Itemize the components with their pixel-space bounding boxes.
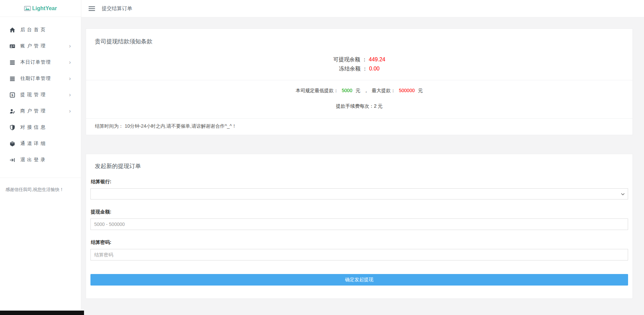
topbar: 提交结算订单: [81, 0, 644, 17]
available-balance-value: 449.24: [369, 57, 385, 62]
list-icon: [9, 76, 15, 82]
sidebar-item-label: 本日订单管理: [20, 59, 51, 65]
password-label: 结算密码:: [91, 239, 628, 246]
frozen-balance-label: 冻结余额 ：: [339, 66, 367, 71]
form-card-title: 发起新的提现订单: [90, 154, 628, 170]
sidebar-item-past-orders[interactable]: 往期订单管理 ›: [0, 70, 81, 87]
broken-image-icon: [24, 6, 31, 11]
chevron-right-icon: ›: [69, 76, 71, 81]
sidebar-item-label: 商 户 管 理: [20, 108, 46, 114]
sidebar-item-label: 往期订单管理: [20, 76, 51, 82]
logo-text: LightYear: [32, 5, 57, 12]
bank-select-wrap: [90, 188, 628, 200]
sidebar-footer-note: 感谢信任我司,祝您生活愉快！: [0, 178, 81, 193]
limits-line: 本司规定最低提款： 5000 元 ， 最大提款： 500000 元: [86, 88, 632, 94]
chevron-right-icon: ›: [69, 60, 71, 65]
amount-input[interactable]: [90, 218, 628, 230]
sidebar-item-withdraw[interactable]: $ 提 现 管 理 ›: [0, 87, 81, 103]
min-withdraw-label: 本司规定最低提款：: [296, 88, 338, 93]
notice-card: 贵司提现结款须知条款 可提现余额 ： 449.24 冻结余额 ： 0.00 本司…: [86, 28, 633, 135]
bank-select[interactable]: [90, 188, 628, 200]
shield-icon: [9, 125, 15, 130]
sidebar-item-label: 退 出 登 录: [20, 157, 46, 163]
max-withdraw-label: 最大提款：: [372, 88, 396, 93]
available-balance-label: 可提现余额 ：: [333, 57, 367, 62]
divider: [86, 80, 632, 80]
hamburger-icon[interactable]: [88, 5, 96, 12]
sidebar-item-merchant[interactable]: 商 户 管 理 ›: [0, 103, 81, 119]
sidebar-nav: 后 台 首 页 账 户 管 理 ›: [0, 17, 81, 168]
content: 贵司提现结款须知条款 可提现余额 ： 449.24 冻结余额 ： 0.00 本司…: [81, 17, 644, 315]
settle-time-line: 结算时间为： 10分钟-24小时之内,请不要催单,请谅解谢谢合作^_^！: [95, 123, 624, 135]
user-edit-icon: [9, 108, 15, 114]
money-icon: $: [9, 92, 15, 98]
max-withdraw-unit: 元: [418, 88, 423, 93]
chevron-right-icon: ›: [69, 92, 71, 98]
withdraw-form-card: 发起新的提现订单 结算银行: 提现金额: 结算密码: 确定发起提现: [86, 154, 633, 299]
fee-line: 提款手续费每次：2 元: [86, 103, 632, 109]
bottom-black-strip: [0, 311, 84, 315]
svg-text:$: $: [12, 93, 14, 97]
page-title: 提交结算订单: [102, 5, 132, 12]
main-area: 提交结算订单 贵司提现结款须知条款 可提现余额 ： 449.24 冻结余额 ： …: [81, 0, 644, 315]
sidebar-item-label: 后 台 首 页: [20, 27, 46, 33]
list-icon: [9, 60, 15, 65]
password-input[interactable]: [90, 249, 628, 260]
logout-icon: [9, 157, 15, 163]
sidebar-item-home[interactable]: 后 台 首 页: [0, 22, 81, 38]
sidebar-item-label: 账 户 管 理: [20, 43, 46, 49]
chevron-right-icon: ›: [69, 108, 71, 114]
id-card-icon: [9, 43, 15, 49]
divider: [86, 118, 632, 119]
bank-label: 结算银行:: [91, 179, 628, 185]
sidebar: LightYear 后 台 首 页: [0, 0, 81, 311]
min-withdraw-unit: 元: [356, 88, 360, 93]
frozen-balance-value: 0.00: [369, 66, 379, 71]
cube-icon: [9, 141, 15, 147]
sidebar-item-integration[interactable]: 对 接 信 息: [0, 119, 81, 135]
frozen-balance-line: 冻结余额 ： 0.00: [86, 64, 632, 73]
sidebar-item-label: 提 现 管 理: [20, 92, 46, 98]
sidebar-item-label: 对 接 信 息: [20, 124, 46, 130]
logo: LightYear: [0, 0, 81, 17]
app-screen: LightYear 后 台 首 页: [0, 0, 644, 315]
submit-withdraw-button[interactable]: 确定发起提现: [90, 274, 628, 286]
sidebar-item-channel[interactable]: 通 道 详 细: [0, 135, 81, 152]
sidebar-item-accounts[interactable]: 账 户 管 理 ›: [0, 38, 81, 54]
sidebar-item-today-orders[interactable]: 本日订单管理 ›: [0, 54, 81, 70]
limits-separator: ，: [364, 88, 369, 93]
notice-card-title: 贵司提现结款须知条款: [86, 29, 632, 45]
min-withdraw-value: 5000: [342, 88, 352, 93]
max-withdraw-value: 500000: [399, 88, 415, 93]
balance-block: 可提现余额 ： 449.24 冻结余额 ： 0.00: [86, 55, 632, 73]
home-icon: [9, 27, 15, 33]
available-balance-line: 可提现余额 ： 449.24: [86, 55, 632, 64]
amount-label: 提现金额:: [91, 209, 628, 215]
sidebar-item-label: 通 道 详 细: [20, 141, 46, 147]
chevron-right-icon: ›: [69, 43, 71, 49]
sidebar-item-logout[interactable]: 退 出 登 录: [0, 152, 81, 168]
